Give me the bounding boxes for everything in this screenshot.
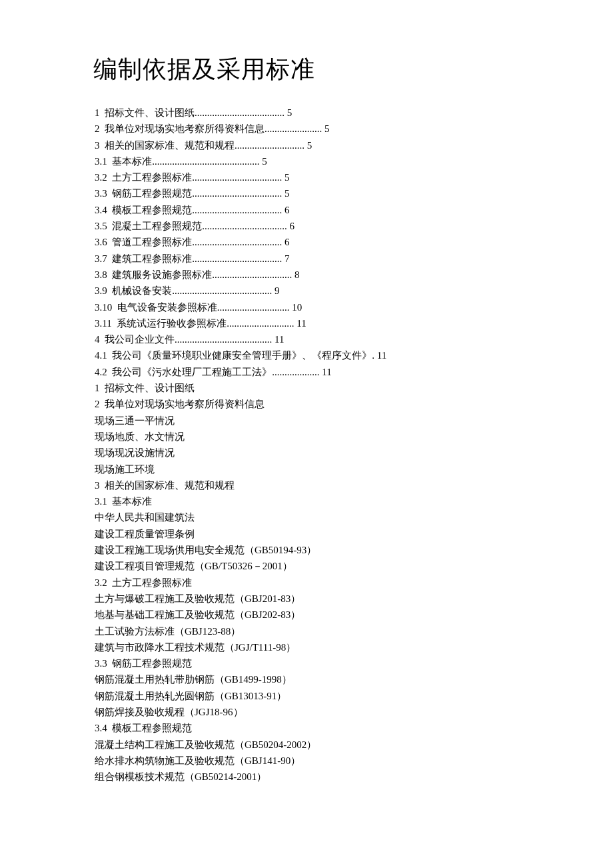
toc-line: 3.2 土方工程参照标准............................… xyxy=(95,169,520,185)
content-line: 3.4 模板工程参照规范 xyxy=(95,720,520,736)
toc-line: 3.1 基本标准................................… xyxy=(95,153,520,169)
content-line: 地基与基础工程施工及验收规范（GBJ202-83） xyxy=(95,607,520,623)
content-line: 现场三通一平情况 xyxy=(95,413,520,429)
content-line: 给水排水构筑物施工及验收规范（GBJ141-90） xyxy=(95,753,520,769)
content-line: 建设工程质量管理条例 xyxy=(95,526,520,542)
content-line: 现场现况设施情况 xyxy=(95,445,520,461)
toc-line: 3.11 系统试运行验收参照标准........................… xyxy=(95,315,520,331)
toc-line: 3.3 钢筋工程参照规范............................… xyxy=(95,185,520,201)
toc-line: 3.10 电气设备安装参照标准.........................… xyxy=(95,299,520,315)
content-line: 土方与爆破工程施工及验收规范（GBJ201-83） xyxy=(95,591,520,607)
toc-line: 2 我单位对现场实地考察所得资料信息......................… xyxy=(95,121,520,137)
content-line: 中华人民共和国建筑法 xyxy=(95,509,520,525)
content-line: 3.1 基本标准 xyxy=(95,493,520,509)
toc-line: 4.2 我公司《污水处理厂工程施工工法》................... … xyxy=(95,364,520,380)
document-title: 编制依据及采用标准 xyxy=(93,53,520,86)
content-line: 现场施工环境 xyxy=(95,461,520,477)
toc-line: 3.4 模板工程参照规范............................… xyxy=(95,202,520,218)
content-line: 土工试验方法标准（GBJ123-88） xyxy=(95,623,520,639)
content-line: 钢筋焊接及验收规程（JGJ18-96） xyxy=(95,704,520,720)
content-line: 现场地质、水文情况 xyxy=(95,429,520,445)
toc-line: 3.8 建筑服务设施参照标准..........................… xyxy=(95,267,520,283)
content-line: 钢筋混凝土用热轧光圆钢筋（GB13013-91） xyxy=(95,688,520,704)
content-line: 3 相关的国家标准、规范和规程 xyxy=(95,477,520,493)
toc-line: 1 招标文件、设计图纸.............................… xyxy=(95,105,520,121)
toc-line: 4.1 我公司《质量环境职业健康安全管理手册》、《程序文件》. 11 xyxy=(95,347,520,363)
content-line: 1 招标文件、设计图纸 xyxy=(95,380,520,396)
document-body: 1 招标文件、设计图纸.............................… xyxy=(95,105,520,785)
toc-line: 3.7 建筑工程参照标准............................… xyxy=(95,251,520,267)
content-line: 2 我单位对现场实地考察所得资料信息 xyxy=(95,396,520,412)
toc-line: 4 我公司企业文件...............................… xyxy=(95,331,520,347)
content-line: 组合钢模板技术规范（GB50214-2001） xyxy=(95,769,520,785)
content-line: 建筑与市政降水工程技术规范（JGJ/T111-98） xyxy=(95,639,520,655)
content-line: 建设工程项目管理规范（GB/T50326－2001） xyxy=(95,558,520,574)
content-line: 3.2 土方工程参照标准 xyxy=(95,575,520,591)
content-line: 混凝土结构工程施工及验收规范（GB50204-2002） xyxy=(95,737,520,753)
toc-line: 3.5 混凝土工程参照规范...........................… xyxy=(95,218,520,234)
toc-line: 3.6 管道工程参照标准............................… xyxy=(95,234,520,250)
content-line: 钢筋混凝土用热轧带肋钢筋（GB1499-1998） xyxy=(95,671,520,687)
toc-line: 3 相关的国家标准、规范和规程.........................… xyxy=(95,137,520,153)
toc-line: 3.9 机械设备安装..............................… xyxy=(95,283,520,299)
content-line: 建设工程施工现场供用电安全规范（GB50194-93） xyxy=(95,542,520,558)
content-line: 3.3 钢筋工程参照规范 xyxy=(95,655,520,671)
